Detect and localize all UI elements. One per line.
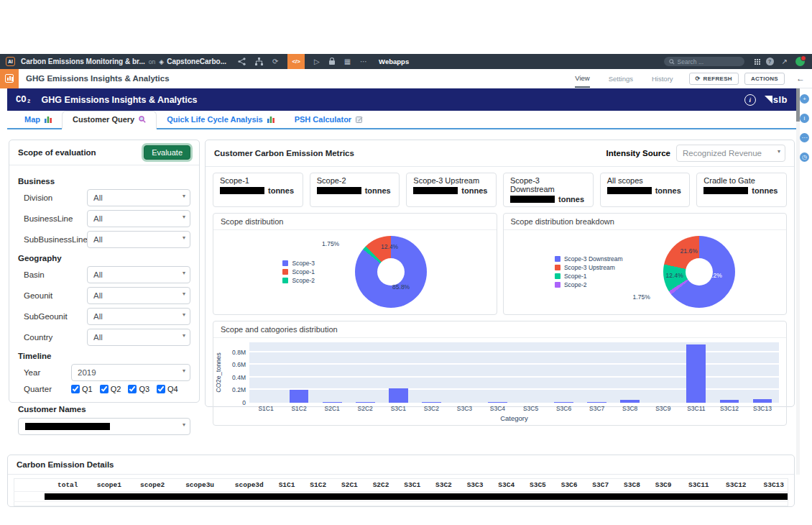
help-icon[interactable]: ? [766,58,774,65]
metric-unit: tonnes [752,186,778,195]
flow-icon[interactable] [255,58,263,65]
bar[interactable] [720,400,739,403]
quarter-text: Q1 [82,385,93,393]
webapp-title: GHG Emissions Insights & Analytics [26,74,170,83]
info-icon[interactable]: i [744,94,756,106]
intensity-source-select[interactable]: Recognized Revenue [676,145,785,162]
bar[interactable] [356,402,375,403]
search-input[interactable] [678,58,735,65]
scope-distribution-pie[interactable]: Scope-3Scope-1Scope-285.8%12.4%1.75% [213,230,497,313]
tab-psh-calculator[interactable]: PSH Calculator [285,111,373,128]
nav-view[interactable]: View [575,69,589,88]
search-icon [139,116,146,123]
webapps-section-label[interactable]: Webapps [379,58,409,65]
table-icon[interactable]: ▦ [344,54,351,69]
more-icon[interactable]: ⋯ [360,54,367,69]
column-header: S3C7 [581,479,613,492]
lock-icon[interactable] [329,60,335,65]
bar[interactable] [587,402,606,403]
section-heading: Geography [18,254,190,262]
global-search[interactable] [664,57,744,66]
webapp-icon[interactable] [0,69,19,88]
sync-icon[interactable]: ⟳ [272,54,278,69]
legend-label: Scope-2 [564,281,587,288]
pie-chart[interactable]: 85.8%12.4%1.75% [355,236,427,308]
scope-breakdown-pie[interactable]: Scope-3 DownstreamScope-3 UpstreamScope-… [504,230,787,313]
apps-grid-icon[interactable] [755,59,756,60]
filter-label: Country [18,333,87,342]
legend-item[interactable]: Scope-1 [555,273,623,280]
actions-button[interactable]: ACTIONS [744,73,785,85]
project-name[interactable]: CapstoneCarbo... [167,58,226,65]
filter-select-division[interactable]: All [87,189,190,206]
bar[interactable] [488,402,507,403]
scope-breakdown-card: Scope distribution breakdown Scope-3 Dow… [503,213,788,315]
categories-bar-chart[interactable]: S1C1S1C2S2C1S2C2S3C1S3C2S3C3S3C4S3C5S3C6… [249,341,779,424]
tab-map[interactable]: Map [14,111,62,128]
refresh-button[interactable]: ⟳ REFRESH [689,73,739,85]
legend-item[interactable]: Scope-2 [555,281,623,288]
bar[interactable] [389,388,408,403]
legend-item[interactable]: Scope-1 [282,268,315,275]
tab-quick-life-cycle[interactable]: Quick Life Cycle Analysis [157,111,284,128]
quarter-checkbox-q3[interactable] [128,385,137,393]
quarter-checkbox-q2[interactable] [100,385,109,393]
share-icon[interactable] [238,58,246,65]
bar[interactable] [686,344,706,403]
nav-history[interactable]: History [652,69,673,88]
tab-customer-query[interactable]: Customer Query [62,111,157,129]
legend-item[interactable]: Scope-3 [282,260,315,267]
year-select[interactable]: 2019 [71,364,190,381]
quarter-checkbox-q4[interactable] [157,385,165,393]
quarter-q1[interactable]: Q1 [71,385,93,393]
intensity-source-label: Intensity Source [606,149,670,158]
metric-card: Cradle to Gatetonnes [696,173,787,207]
avatar[interactable] [795,57,805,66]
filter-select-businessline[interactable]: All [87,210,190,227]
quarter-q3[interactable]: Q3 [128,385,149,393]
redacted-value [317,187,361,194]
quarter-q4[interactable]: Q4 [157,385,178,393]
quarter-checkbox-q1[interactable] [71,385,80,393]
bars-row [249,342,779,403]
bar[interactable] [554,402,573,403]
app-banner-title: GHG Emissions Insights & Analytics [42,95,198,105]
legend-item[interactable]: Scope-2 [282,277,315,284]
legend-label: Scope-1 [564,273,587,280]
platform-logo-icon[interactable]: AI [6,57,15,66]
filter-select-geounit[interactable]: All [87,287,190,304]
project-title[interactable]: Carbon Emissions Monitoring & br... [21,58,145,65]
tab-psh-calculator-label: PSH Calculator [295,115,351,124]
x-tick-label: S3C6 [548,405,581,412]
redacted-customer-value [25,423,110,430]
filter-row: SubBusinessLineAll [18,231,190,248]
details-table[interactable]: totalscope1scope2scope3uscope3dS1C1S1C2S… [14,478,788,506]
filter-row: CountryAll [18,329,190,346]
bar[interactable] [323,402,342,403]
evaluate-button[interactable]: Evaluate [144,145,190,160]
trending-icon[interactable]: ↗ [782,58,788,65]
filter-select-country[interactable]: All [87,329,190,346]
column-header: S2C1 [330,479,361,492]
legend-swatch [555,256,560,262]
plus-icon[interactable]: + [800,94,809,104]
bar[interactable] [620,400,640,403]
pie-chart[interactable]: 64.2%21.6%12.4%1.75% [663,236,735,308]
filter-select-basin[interactable]: All [87,266,190,283]
info-icon[interactable]: i [800,114,809,123]
bar[interactable] [422,402,441,403]
filter-select-subbusinessline[interactable]: All [87,231,190,248]
bar[interactable] [290,390,309,403]
legend-item[interactable]: Scope-3 Downstream [555,255,623,262]
code-icon[interactable]: </> [287,54,305,69]
filter-select-subgeounit[interactable]: All [87,308,190,325]
y-tick-label: 0.8M [226,349,246,356]
history-icon[interactable]: ◷ [800,152,809,162]
play-icon[interactable]: ▷ [314,54,320,69]
legend-item[interactable]: Scope-3 Upstream [555,264,623,271]
nav-settings[interactable]: Settings [609,69,633,88]
quarter-q2[interactable]: Q2 [100,385,121,393]
chat-icon[interactable]: ⋯ [800,133,809,142]
bar[interactable] [753,399,772,403]
back-arrow-icon[interactable]: ← [796,73,805,83]
